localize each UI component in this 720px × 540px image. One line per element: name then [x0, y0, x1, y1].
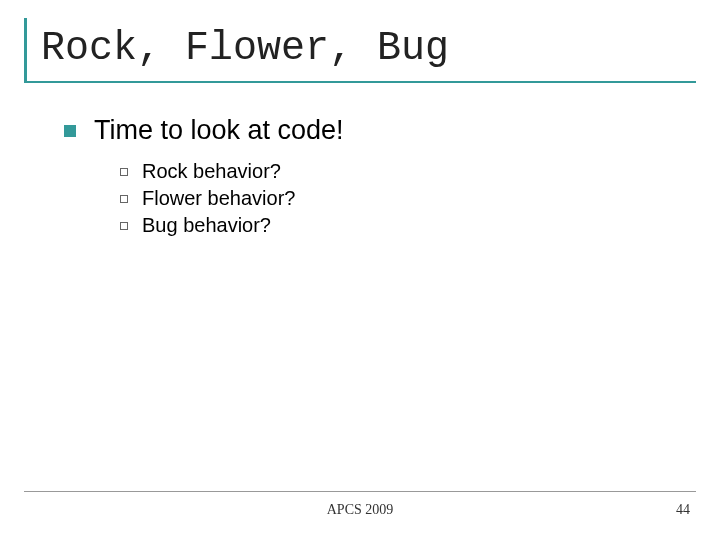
content-area: Time to look at code! Rock behavior? Flo…: [24, 115, 696, 237]
bullet-level2: Bug behavior?: [120, 214, 696, 237]
slide-container: Rock, Flower, Bug Time to look at code! …: [0, 0, 720, 540]
title-area: Rock, Flower, Bug: [24, 18, 696, 83]
bullet-level2: Flower behavior?: [120, 187, 696, 210]
hollow-square-icon: [120, 195, 128, 203]
level1-text: Time to look at code!: [94, 115, 344, 146]
bullet-level1: Time to look at code!: [64, 115, 696, 146]
level2-list: Rock behavior? Flower behavior? Bug beha…: [64, 160, 696, 237]
hollow-square-icon: [120, 168, 128, 176]
bullet-level2: Rock behavior?: [120, 160, 696, 183]
page-number: 44: [676, 502, 690, 518]
footer-text: APCS 2009: [327, 502, 394, 518]
level2-text: Rock behavior?: [142, 160, 281, 183]
footer-divider: [24, 491, 696, 492]
hollow-square-icon: [120, 222, 128, 230]
square-bullet-icon: [64, 125, 76, 137]
level2-text: Flower behavior?: [142, 187, 295, 210]
level2-text: Bug behavior?: [142, 214, 271, 237]
slide-title: Rock, Flower, Bug: [41, 26, 696, 71]
